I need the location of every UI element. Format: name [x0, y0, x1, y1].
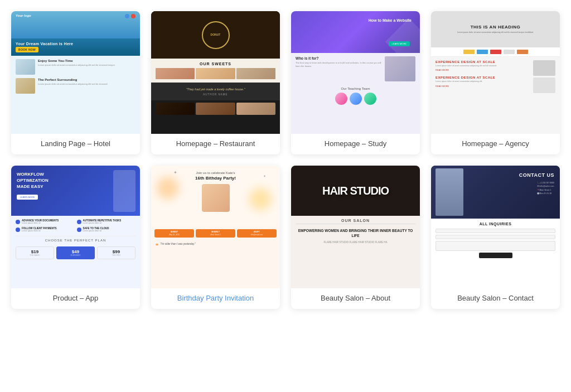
card-study-label: Homepage – Study: [291, 134, 420, 154]
salon-contact-title: CONTACT US: [519, 172, 554, 178]
app-pricing-cards: $19 THE BASIC $49 OUR BEST $99 THE PRO: [11, 244, 140, 263]
study-who-title: Who is it for?: [296, 56, 381, 60]
thumbnail-agency: THIS IS AN HEADING Lorem ipsum dolor sit…: [431, 11, 560, 134]
app-hero-mockup: [113, 170, 136, 212]
hotel-section1-body: Lorem ipsum dolor sit amet consectetur a…: [38, 64, 136, 67]
thumbnail-app: WORKFLOW OPTIMIZATION MADE EASY LEARN MO…: [11, 166, 140, 288]
card-hotel-label: Landing Page – Hotel: [11, 134, 140, 154]
card-restaurant-label: Homepage – Restaurant: [151, 134, 280, 154]
salon-contact-form: [431, 228, 560, 262]
thumbnail-hotel: Your logo Your Dream Vacation is Here BO…: [11, 11, 140, 134]
avatar-3: [364, 93, 376, 105]
restaurant-logo: DONUT: [202, 21, 230, 49]
salon-contact-person: [435, 168, 463, 216]
card-restaurant[interactable]: DONUT OUR SWEETS "They had yet made a lo…: [151, 11, 280, 154]
card-salon-about[interactable]: HAIR STUDIO OUR SALON EMPOWERING WOMEN A…: [291, 166, 420, 309]
card-app[interactable]: WORKFLOW OPTIMIZATION MADE EASY LEARN MO…: [11, 166, 140, 309]
salon-scroll-text: FLARE HAIR STUDIO FLARE HAIR STUDIO FLAR…: [291, 240, 420, 246]
agency-feature2-text: Lorem ipsum dolor sit amet consectetur a…: [435, 80, 530, 83]
card-salon-contact[interactable]: CONTACT US 📞 +1 234 567 8900 ✉ hello@sal…: [431, 166, 560, 309]
card-salon-about-label: Beauty Salon – About: [291, 288, 420, 309]
card-birthday-label: Birthday Party Invitation: [151, 288, 280, 309]
salon-all-inquiries: ALL INQUIRIES: [431, 219, 560, 228]
hotel-section2-body: Lorem ipsum dolor sit amet consectetur a…: [38, 83, 136, 86]
agency-feature1-title: EXPERIENCE DESIGN AT SCALE: [435, 60, 530, 64]
app-features: ADVANCE YOUR DOCUMENTS Lorem ipsum dolor…: [11, 216, 140, 236]
card-app-label: Product – App: [11, 288, 140, 309]
salon-main-title: HAIR STUDIO: [322, 185, 389, 196]
salon-our-salon: OUR SALON: [291, 216, 420, 224]
birthday-quote-area: " "I'm older than I was yesterday.": [151, 240, 280, 253]
sweets-title: OUR SWEETS: [156, 62, 275, 66]
app-hero-btn: LEARN MORE: [17, 195, 38, 200]
agency-hero-heading: THIS IS AN HEADING: [471, 25, 521, 30]
agency-hero-text: Lorem ipsum dolor sit amet consectetur a…: [457, 31, 534, 34]
app-pricing-title: CHOOSE THE PERFECT PLAN: [16, 236, 136, 244]
hotel-section1-title: Enjoy Some You-Time: [38, 59, 136, 62]
card-hotel[interactable]: Your logo Your Dream Vacation is Here BO…: [11, 11, 140, 154]
card-birthday[interactable]: Join us to celebrate Kate's 16th Bithday…: [151, 166, 280, 309]
card-study[interactable]: How to Make a Website LEARN MORE Who is …: [291, 11, 420, 154]
hotel-section2-title: The Perfect Surrounding: [38, 78, 136, 81]
avatar-1: [335, 93, 347, 105]
card-agency[interactable]: THIS IS AN HEADING Lorem ipsum dolor sit…: [431, 11, 560, 154]
agency-feature2-link: READ MORE: [435, 85, 530, 88]
thumbnail-birthday: Join us to celebrate Kate's 16th Bithday…: [151, 166, 280, 288]
app-hero-title: WORKFLOW OPTIMIZATION MADE EASY: [17, 171, 61, 190]
restaurant-author: AUTHOR NAME: [156, 93, 275, 96]
agency-feature1-link: READ MORE: [435, 69, 530, 71]
study-hero-btn: LEARN MORE: [389, 41, 410, 46]
study-hero-title: How to Make a Website: [369, 18, 412, 23]
card-agency-label: Homepage – Agency: [431, 134, 560, 154]
study-who-text: The best way to learn web development is…: [296, 61, 381, 68]
salon-empowering: EMPOWERING WOMEN AND BRINGING THEIR INNE…: [291, 226, 420, 240]
card-salon-contact-label: Beauty Salon – Contact: [431, 288, 560, 309]
thumbnail-salon-contact: CONTACT US 📞 +1 234 567 8900 ✉ hello@sal…: [431, 166, 560, 288]
agency-feature2-title: EXPERIENCE DESIGN AT SCALE: [435, 76, 530, 79]
template-grid: Your logo Your Dream Vacation is Here BO…: [11, 11, 560, 309]
hotel-btn: BOOK NOW: [16, 47, 38, 52]
thumbnail-salon-about: HAIR STUDIO OUR SALON EMPOWERING WOMEN A…: [291, 166, 420, 288]
thumbnail-restaurant: DONUT OUR SWEETS "They had yet made a lo…: [151, 11, 280, 134]
avatar-2: [350, 93, 362, 105]
restaurant-quote: "They had yet made a lovely coffee house…: [156, 87, 275, 91]
agency-feature1-text: Lorem ipsum dolor sit amet consectetur a…: [435, 65, 530, 67]
hotel-logo: Your logo: [16, 14, 31, 17]
birthday-details: WHEN? May 18, 2024 WHERE? Main Street 5 …: [151, 227, 280, 240]
hotel-hero-text: Your Dream Vacation is Here: [16, 42, 136, 46]
salon-contact-details: 📞 +1 234 567 8900 ✉ hello@salon.com 📍 Ma…: [537, 181, 554, 195]
study-team-title: Our Teaching Team: [296, 87, 415, 90]
thumbnail-study: How to Make a Website LEARN MORE Who is …: [291, 11, 420, 134]
